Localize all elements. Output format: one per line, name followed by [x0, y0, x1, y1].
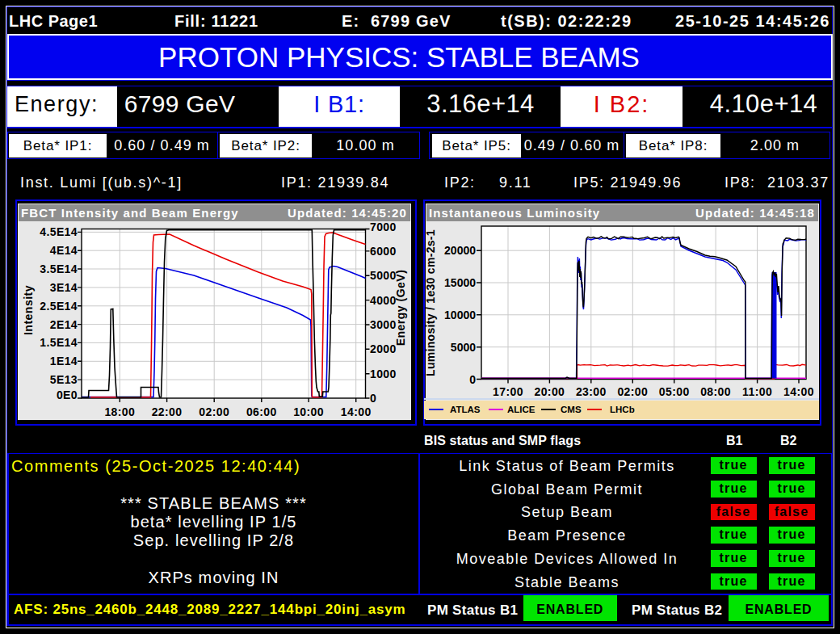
svg-text:7000: 7000: [370, 220, 397, 233]
svg-text:Energy (GeV): Energy (GeV): [394, 270, 407, 346]
svg-text:0E0: 0E0: [57, 388, 78, 401]
svg-text:4E14: 4E14: [50, 244, 78, 257]
svg-text:5000: 5000: [451, 341, 476, 354]
svg-text:3.5E14: 3.5E14: [40, 262, 78, 275]
svg-text:23:00: 23:00: [576, 385, 607, 398]
svg-text:22:00: 22:00: [152, 405, 183, 418]
svg-text:02:00: 02:00: [617, 385, 648, 398]
svg-text:5000: 5000: [370, 269, 397, 282]
svg-text:10:00: 10:00: [293, 405, 324, 418]
svg-text:0: 0: [370, 392, 376, 405]
svg-text:15000: 15000: [444, 276, 476, 289]
svg-text:Intensity: Intensity: [22, 285, 35, 335]
svg-text:4000: 4000: [370, 294, 397, 307]
svg-text:Luminosity / 1e30 cm-2s-1: Luminosity / 1e30 cm-2s-1: [425, 229, 437, 376]
svg-text:08:00: 08:00: [700, 385, 731, 398]
svg-text:1000: 1000: [370, 367, 397, 380]
svg-text:3E14: 3E14: [50, 281, 78, 294]
svg-text:02:00: 02:00: [199, 405, 229, 418]
svg-text:10000: 10000: [444, 309, 476, 321]
svg-text:18:00: 18:00: [104, 405, 135, 418]
svg-text:20000: 20000: [444, 244, 476, 257]
svg-text:1.5E14: 1.5E14: [40, 336, 78, 349]
svg-text:5E13: 5E13: [50, 373, 78, 386]
svg-text:3000: 3000: [370, 318, 397, 331]
svg-text:14:00: 14:00: [341, 405, 372, 418]
svg-text:2E14: 2E14: [50, 318, 78, 331]
svg-text:2.5E14: 2.5E14: [40, 300, 78, 313]
svg-text:0: 0: [469, 373, 476, 386]
svg-text:11:00: 11:00: [742, 385, 772, 398]
svg-text:6000: 6000: [370, 245, 397, 258]
svg-text:14:00: 14:00: [783, 385, 814, 398]
svg-text:06:00: 06:00: [246, 405, 277, 418]
svg-text:4.5E14: 4.5E14: [40, 225, 78, 238]
svg-text:1E14: 1E14: [50, 355, 78, 367]
svg-text:2000: 2000: [370, 342, 397, 355]
svg-text:17:00: 17:00: [493, 385, 523, 398]
svg-text:05:00: 05:00: [659, 385, 690, 398]
svg-text:20:00: 20:00: [534, 385, 565, 398]
